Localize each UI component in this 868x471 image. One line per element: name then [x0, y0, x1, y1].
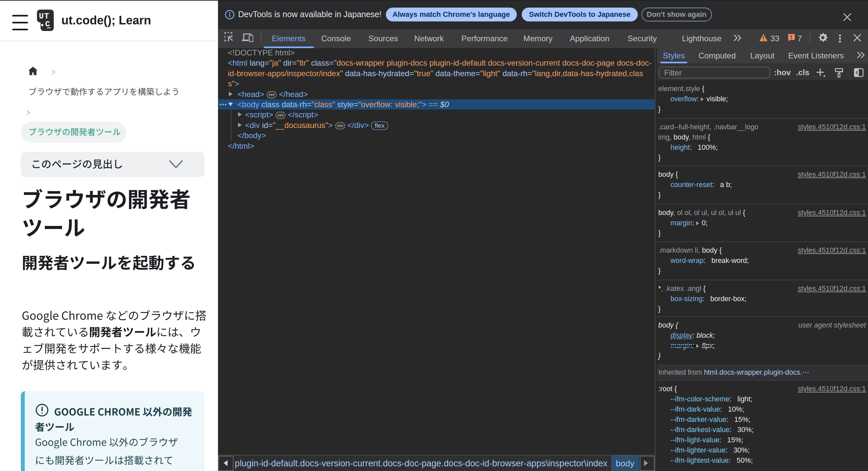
- svg-text:U: U: [39, 12, 43, 21]
- svg-text:T: T: [44, 12, 49, 21]
